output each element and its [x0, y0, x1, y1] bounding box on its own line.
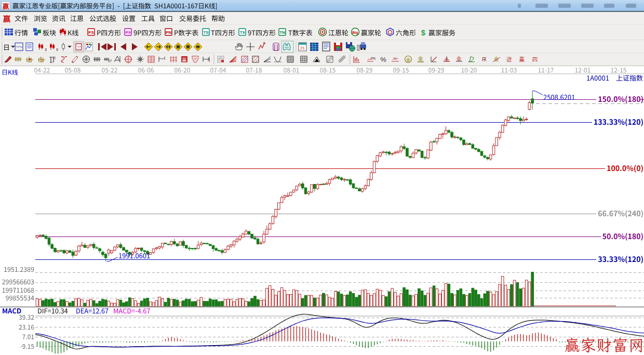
svg-text:n²: n² — [108, 59, 112, 63]
svg-text:PN: PN — [166, 30, 171, 35]
svg-text:金: 金 — [406, 57, 411, 62]
svg-text:$: $ — [421, 28, 426, 37]
svg-text:%: % — [380, 56, 386, 63]
svg-text:P9: P9 — [126, 30, 131, 35]
svg-text:3: 3 — [45, 48, 47, 51]
svg-text:金: 金 — [418, 56, 423, 61]
svg-text:进: 进 — [506, 56, 512, 62]
svg-text:%: % — [394, 57, 397, 60]
svg-text:TS: TS — [203, 30, 209, 35]
svg-text:TN: TN — [279, 30, 285, 35]
svg-text:PS: PS — [88, 30, 94, 35]
svg-text:Big: Big — [352, 31, 358, 35]
svg-text:21: 21 — [300, 46, 305, 50]
svg-text:T9: T9 — [240, 30, 245, 35]
svg-text:赢: 赢 — [182, 57, 187, 62]
svg-text:赢: 赢 — [519, 56, 525, 62]
svg-text:9: 9 — [56, 48, 58, 51]
svg-text:四: 四 — [532, 56, 538, 62]
svg-text:金: 金 — [456, 56, 462, 61]
svg-text:7%: 7% — [370, 57, 375, 60]
